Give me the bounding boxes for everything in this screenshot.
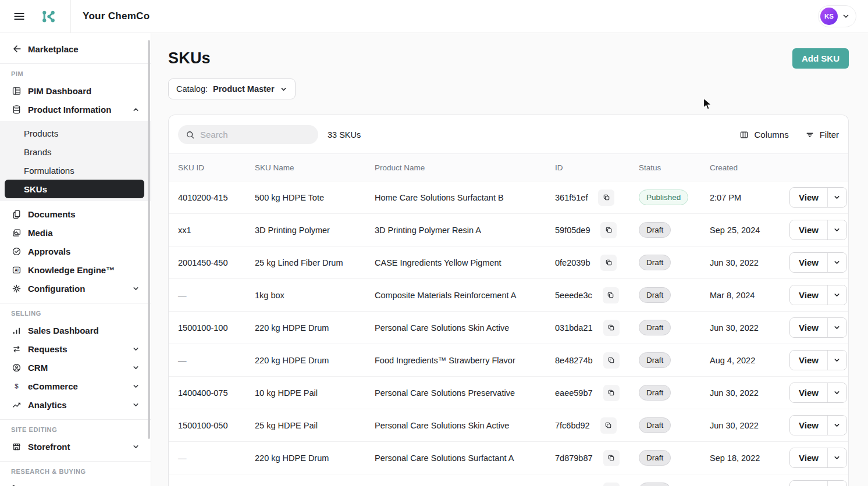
- user-menu-button[interactable]: KS: [818, 5, 856, 27]
- table-header: SKU ID SKU Name Product Name ID Status C…: [169, 153, 848, 181]
- sidebar-item-pim-dashboard[interactable]: PIM Dashboard: [0, 81, 151, 100]
- cell-sku-id: —: [169, 291, 255, 300]
- sidebar-subitem-label: Brands: [24, 147, 52, 157]
- sidebar-item-formulations[interactable]: Formulations: [0, 161, 151, 180]
- header-product-name[interactable]: Product Name: [375, 163, 555, 172]
- cell-sku-name: 1kg box: [255, 291, 375, 300]
- view-button[interactable]: View: [790, 220, 828, 240]
- row-actions-chevron-button[interactable]: [828, 253, 846, 272]
- row-actions-chevron-button[interactable]: [828, 220, 846, 240]
- sidebar-item-approvals[interactable]: Approvals: [0, 242, 151, 260]
- status-badge: Draft: [639, 255, 671, 271]
- menu-hamburger-icon[interactable]: [12, 9, 27, 24]
- header-status[interactable]: Status: [639, 163, 710, 172]
- person-circle-icon: [11, 363, 22, 373]
- row-actions: View: [789, 350, 847, 370]
- search-input[interactable]: [200, 130, 311, 140]
- brand-logo-icon[interactable]: [40, 8, 58, 26]
- cell-id: 7d879b87: [555, 453, 593, 463]
- bar-chart-icon: [11, 326, 22, 335]
- columns-button[interactable]: Columns: [739, 130, 788, 140]
- row-actions-chevron-button[interactable]: [828, 188, 846, 207]
- sidebar-item-marketplace[interactable]: Marketplace: [0, 40, 151, 58]
- cell-created: Sep 25, 2024: [710, 226, 789, 235]
- row-actions-chevron-button[interactable]: [828, 318, 846, 337]
- view-button[interactable]: View: [790, 383, 828, 402]
- app-title: Your ChemCo: [83, 10, 150, 22]
- sidebar-item-configuration[interactable]: Configuration: [0, 279, 151, 298]
- check-circle-icon: [11, 246, 22, 256]
- sidebar-item-procurement[interactable]: Procurement: [0, 479, 151, 486]
- sidebar-item-skus[interactable]: SKUs: [5, 180, 144, 198]
- sidebar-item-analytics[interactable]: Analytics: [0, 395, 151, 414]
- cell-sku-name: 10 kg HDPE Pail: [255, 388, 375, 398]
- sidebar-item-ecommerce[interactable]: $eCommerce: [0, 377, 151, 395]
- sidebar-scrollbar[interactable]: [148, 40, 150, 439]
- row-actions-chevron-button[interactable]: [828, 448, 846, 467]
- copy-id-button[interactable]: [603, 450, 620, 466]
- sidebar-item-crm[interactable]: CRM: [0, 358, 151, 377]
- row-actions-chevron-button[interactable]: [828, 351, 846, 370]
- search-box[interactable]: [178, 125, 318, 144]
- sidebar-item-label: eCommerce: [28, 381, 78, 391]
- cell-actions: View: [789, 252, 848, 273]
- table-row: 1500100-100 220 kg HDPE Drum Personal Ca…: [169, 312, 848, 344]
- view-button[interactable]: View: [790, 188, 828, 207]
- sidebar-item-knowledge-engine[interactable]: AIKnowledge Engine™: [0, 260, 151, 279]
- header-sku-name[interactable]: SKU Name: [255, 163, 375, 172]
- view-button[interactable]: View: [790, 285, 828, 305]
- table-row: — 1kg box Composite Materials Reinforcem…: [169, 279, 848, 312]
- row-actions-chevron-button[interactable]: [828, 285, 846, 305]
- catalog-select[interactable]: Catalog: Product Master: [168, 78, 296, 99]
- copy-id-button[interactable]: [598, 190, 614, 206]
- cell-id-group: eaee59b7: [555, 385, 639, 401]
- sidebar-item-media[interactable]: Media: [0, 223, 151, 242]
- copy-id-button[interactable]: [600, 222, 617, 238]
- view-button[interactable]: View: [790, 351, 828, 370]
- table-toolbar: 33 SKUs Columns Filter: [169, 115, 848, 153]
- row-actions-chevron-button[interactable]: [828, 416, 846, 435]
- view-button[interactable]: View: [790, 448, 828, 467]
- cell-id-group: 5eeede3c: [555, 287, 639, 303]
- sidebar-item-label: Product Information: [28, 105, 111, 115]
- table-row: 1500100-050 25 kg HDPE Pail Personal Car…: [169, 409, 848, 442]
- storefront-icon: [11, 442, 22, 452]
- copy-id-button[interactable]: [603, 352, 620, 369]
- table-row: 8000200-250 25 kg PE Bag HDPE 466d5be7 D…: [169, 474, 848, 486]
- view-button[interactable]: View: [790, 481, 828, 486]
- cell-created: Sep 18, 2022: [710, 453, 789, 463]
- copy-id-button[interactable]: [600, 417, 617, 434]
- sidebar-item-product-information[interactable]: Product Information: [0, 100, 151, 119]
- chevron-down-icon: [130, 364, 141, 371]
- sku-table-card: 33 SKUs Columns Filter: [168, 115, 849, 486]
- copy-id-button[interactable]: [600, 255, 617, 271]
- view-button[interactable]: View: [790, 318, 828, 337]
- view-button[interactable]: View: [790, 253, 828, 272]
- sidebar-item-brands[interactable]: Brands: [0, 142, 151, 161]
- sidebar-item-storefront[interactable]: Storefront: [0, 437, 151, 456]
- header-sku-id[interactable]: SKU ID: [169, 163, 255, 172]
- sidebar-item-sales-dashboard[interactable]: Sales Dashboard: [0, 321, 151, 340]
- copy-id-button[interactable]: [603, 483, 620, 486]
- cell-product-name: 3D Printing Polymer Resin A: [375, 226, 555, 235]
- view-button[interactable]: View: [790, 416, 828, 435]
- header-created[interactable]: Created: [710, 163, 789, 172]
- cell-sku-id: 4010200-415: [169, 193, 255, 202]
- copy-id-button[interactable]: [603, 320, 620, 336]
- add-sku-button[interactable]: Add SKU: [792, 48, 849, 69]
- cell-actions: View: [789, 415, 848, 435]
- row-actions: View: [789, 252, 847, 273]
- row-actions-chevron-button[interactable]: [828, 383, 846, 402]
- row-actions-chevron-button[interactable]: [828, 481, 846, 486]
- cell-created: Jun 30, 2022: [710, 388, 789, 398]
- copy-id-button[interactable]: [603, 287, 619, 303]
- sidebar-item-products[interactable]: Products: [0, 124, 151, 142]
- copy-id-button[interactable]: [603, 385, 620, 401]
- sidebar-item-documents[interactable]: Documents: [0, 205, 151, 223]
- sidebar-item-requests[interactable]: Requests: [0, 340, 151, 358]
- cell-id-group: 8e48274b: [555, 352, 639, 369]
- sidebar-section-label: RESEARCH & BUYING: [11, 468, 141, 475]
- topbar-divider: [70, 0, 71, 33]
- header-id[interactable]: ID: [555, 163, 639, 172]
- filter-button[interactable]: Filter: [805, 130, 839, 140]
